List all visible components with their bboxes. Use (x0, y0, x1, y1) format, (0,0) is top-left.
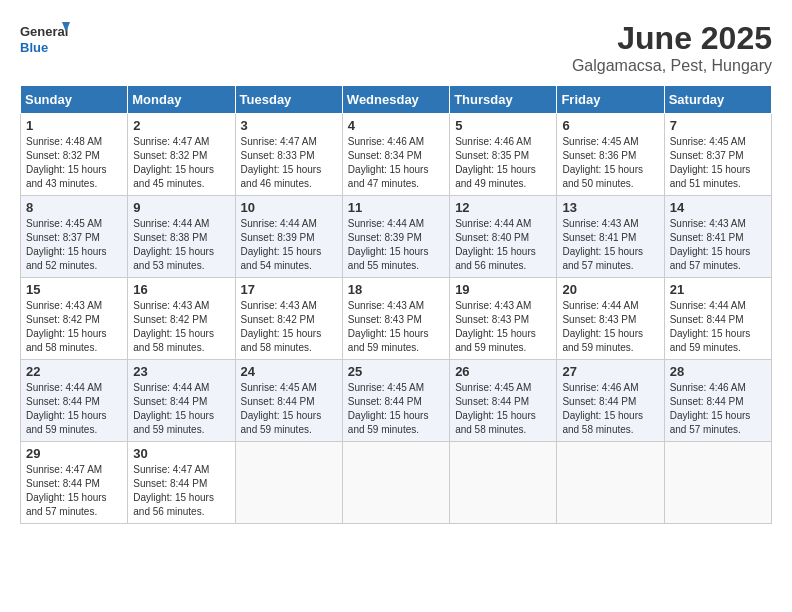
calendar-week-row: 22 Sunrise: 4:44 AM Sunset: 8:44 PM Dayl… (21, 360, 772, 442)
day-number: 10 (241, 200, 337, 215)
sunrise-text: Sunrise: 4:44 AM (26, 381, 122, 395)
sunset-text: Sunset: 8:40 PM (455, 231, 551, 245)
sunset-text: Sunset: 8:39 PM (348, 231, 444, 245)
calendar-cell: 15 Sunrise: 4:43 AM Sunset: 8:42 PM Dayl… (21, 278, 128, 360)
cell-info: Sunrise: 4:45 AM Sunset: 8:37 PM Dayligh… (670, 135, 766, 191)
day-number: 11 (348, 200, 444, 215)
calendar-cell: 24 Sunrise: 4:45 AM Sunset: 8:44 PM Dayl… (235, 360, 342, 442)
sunset-text: Sunset: 8:32 PM (26, 149, 122, 163)
calendar-header-wednesday: Wednesday (342, 86, 449, 114)
cell-info: Sunrise: 4:47 AM Sunset: 8:44 PM Dayligh… (26, 463, 122, 519)
day-number: 26 (455, 364, 551, 379)
calendar-cell: 19 Sunrise: 4:43 AM Sunset: 8:43 PM Dayl… (450, 278, 557, 360)
calendar-cell (342, 442, 449, 524)
daylight-text: Daylight: 15 hours and 58 minutes. (241, 327, 337, 355)
cell-info: Sunrise: 4:46 AM Sunset: 8:44 PM Dayligh… (562, 381, 658, 437)
subtitle: Galgamacsa, Pest, Hungary (572, 57, 772, 75)
calendar-header-monday: Monday (128, 86, 235, 114)
sunrise-text: Sunrise: 4:47 AM (133, 135, 229, 149)
calendar-cell: 20 Sunrise: 4:44 AM Sunset: 8:43 PM Dayl… (557, 278, 664, 360)
logo-svg: General Blue (20, 20, 70, 58)
calendar-header-friday: Friday (557, 86, 664, 114)
cell-info: Sunrise: 4:45 AM Sunset: 8:37 PM Dayligh… (26, 217, 122, 273)
sunrise-text: Sunrise: 4:44 AM (670, 299, 766, 313)
cell-info: Sunrise: 4:45 AM Sunset: 8:36 PM Dayligh… (562, 135, 658, 191)
cell-info: Sunrise: 4:45 AM Sunset: 8:44 PM Dayligh… (455, 381, 551, 437)
main-title: June 2025 (572, 20, 772, 57)
daylight-text: Daylight: 15 hours and 59 minutes. (562, 327, 658, 355)
calendar-cell: 12 Sunrise: 4:44 AM Sunset: 8:40 PM Dayl… (450, 196, 557, 278)
calendar-cell (557, 442, 664, 524)
daylight-text: Daylight: 15 hours and 52 minutes. (26, 245, 122, 273)
day-number: 24 (241, 364, 337, 379)
daylight-text: Daylight: 15 hours and 43 minutes. (26, 163, 122, 191)
calendar-week-row: 29 Sunrise: 4:47 AM Sunset: 8:44 PM Dayl… (21, 442, 772, 524)
sunset-text: Sunset: 8:41 PM (670, 231, 766, 245)
sunrise-text: Sunrise: 4:45 AM (455, 381, 551, 395)
sunrise-text: Sunrise: 4:44 AM (455, 217, 551, 231)
day-number: 4 (348, 118, 444, 133)
sunset-text: Sunset: 8:44 PM (241, 395, 337, 409)
cell-info: Sunrise: 4:47 AM Sunset: 8:44 PM Dayligh… (133, 463, 229, 519)
calendar-cell: 22 Sunrise: 4:44 AM Sunset: 8:44 PM Dayl… (21, 360, 128, 442)
calendar-cell: 6 Sunrise: 4:45 AM Sunset: 8:36 PM Dayli… (557, 114, 664, 196)
sunset-text: Sunset: 8:41 PM (562, 231, 658, 245)
calendar-cell: 30 Sunrise: 4:47 AM Sunset: 8:44 PM Dayl… (128, 442, 235, 524)
sunrise-text: Sunrise: 4:43 AM (562, 217, 658, 231)
cell-info: Sunrise: 4:47 AM Sunset: 8:33 PM Dayligh… (241, 135, 337, 191)
calendar-cell (450, 442, 557, 524)
calendar-week-row: 1 Sunrise: 4:48 AM Sunset: 8:32 PM Dayli… (21, 114, 772, 196)
daylight-text: Daylight: 15 hours and 59 minutes. (455, 327, 551, 355)
sunset-text: Sunset: 8:44 PM (455, 395, 551, 409)
day-number: 29 (26, 446, 122, 461)
sunset-text: Sunset: 8:42 PM (241, 313, 337, 327)
day-number: 3 (241, 118, 337, 133)
day-number: 7 (670, 118, 766, 133)
day-number: 16 (133, 282, 229, 297)
day-number: 15 (26, 282, 122, 297)
cell-info: Sunrise: 4:43 AM Sunset: 8:42 PM Dayligh… (241, 299, 337, 355)
daylight-text: Daylight: 15 hours and 54 minutes. (241, 245, 337, 273)
calendar-cell: 16 Sunrise: 4:43 AM Sunset: 8:42 PM Dayl… (128, 278, 235, 360)
day-number: 17 (241, 282, 337, 297)
sunrise-text: Sunrise: 4:47 AM (133, 463, 229, 477)
cell-info: Sunrise: 4:43 AM Sunset: 8:42 PM Dayligh… (26, 299, 122, 355)
day-number: 6 (562, 118, 658, 133)
title-block: June 2025 Galgamacsa, Pest, Hungary (572, 20, 772, 75)
daylight-text: Daylight: 15 hours and 59 minutes. (670, 327, 766, 355)
calendar-cell: 29 Sunrise: 4:47 AM Sunset: 8:44 PM Dayl… (21, 442, 128, 524)
calendar-cell: 26 Sunrise: 4:45 AM Sunset: 8:44 PM Dayl… (450, 360, 557, 442)
cell-info: Sunrise: 4:43 AM Sunset: 8:42 PM Dayligh… (133, 299, 229, 355)
day-number: 23 (133, 364, 229, 379)
calendar-cell: 13 Sunrise: 4:43 AM Sunset: 8:41 PM Dayl… (557, 196, 664, 278)
sunset-text: Sunset: 8:39 PM (241, 231, 337, 245)
sunset-text: Sunset: 8:44 PM (133, 395, 229, 409)
day-number: 2 (133, 118, 229, 133)
day-number: 30 (133, 446, 229, 461)
daylight-text: Daylight: 15 hours and 57 minutes. (26, 491, 122, 519)
daylight-text: Daylight: 15 hours and 47 minutes. (348, 163, 444, 191)
daylight-text: Daylight: 15 hours and 59 minutes. (348, 327, 444, 355)
calendar-cell: 14 Sunrise: 4:43 AM Sunset: 8:41 PM Dayl… (664, 196, 771, 278)
sunrise-text: Sunrise: 4:45 AM (670, 135, 766, 149)
sunrise-text: Sunrise: 4:45 AM (562, 135, 658, 149)
daylight-text: Daylight: 15 hours and 58 minutes. (455, 409, 551, 437)
day-number: 1 (26, 118, 122, 133)
day-number: 21 (670, 282, 766, 297)
sunrise-text: Sunrise: 4:45 AM (26, 217, 122, 231)
day-number: 22 (26, 364, 122, 379)
cell-info: Sunrise: 4:46 AM Sunset: 8:34 PM Dayligh… (348, 135, 444, 191)
calendar-header-sunday: Sunday (21, 86, 128, 114)
calendar-header-tuesday: Tuesday (235, 86, 342, 114)
day-number: 18 (348, 282, 444, 297)
cell-info: Sunrise: 4:44 AM Sunset: 8:43 PM Dayligh… (562, 299, 658, 355)
sunset-text: Sunset: 8:43 PM (562, 313, 658, 327)
cell-info: Sunrise: 4:44 AM Sunset: 8:44 PM Dayligh… (26, 381, 122, 437)
cell-info: Sunrise: 4:47 AM Sunset: 8:32 PM Dayligh… (133, 135, 229, 191)
daylight-text: Daylight: 15 hours and 58 minutes. (133, 327, 229, 355)
daylight-text: Daylight: 15 hours and 59 minutes. (241, 409, 337, 437)
sunset-text: Sunset: 8:34 PM (348, 149, 444, 163)
calendar-cell: 9 Sunrise: 4:44 AM Sunset: 8:38 PM Dayli… (128, 196, 235, 278)
sunset-text: Sunset: 8:32 PM (133, 149, 229, 163)
calendar-cell: 27 Sunrise: 4:46 AM Sunset: 8:44 PM Dayl… (557, 360, 664, 442)
